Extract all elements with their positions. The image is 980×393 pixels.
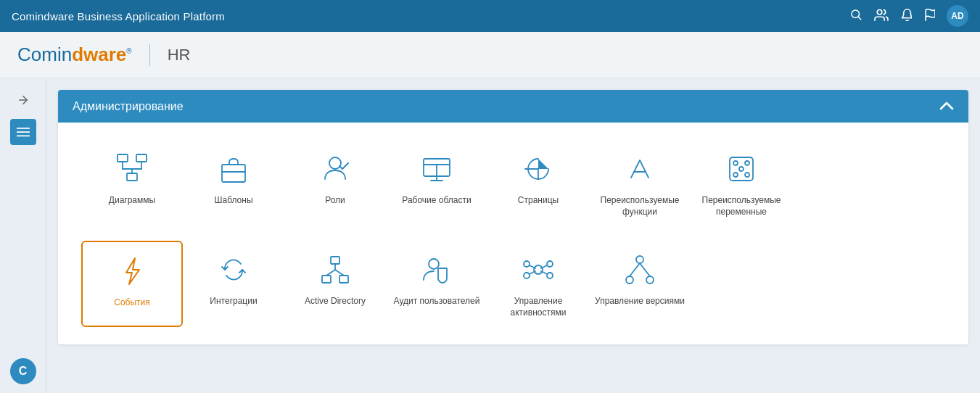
icon-version-management[interactable]: Управление версиями (589, 241, 691, 327)
icon-templates-label: Шаблоны (214, 195, 252, 207)
icon-roles-label: Роли (325, 195, 345, 207)
admin-collapse-button[interactable] (939, 99, 954, 114)
sidebar: C (0, 78, 46, 393)
main-layout: C Администрирование (0, 78, 980, 393)
svg-point-0 (852, 10, 860, 18)
svg-rect-16 (222, 165, 245, 182)
icon-pages[interactable]: Страницы (487, 140, 589, 226)
icon-reusable-functions-label: Переиспользуемые функции (595, 195, 685, 218)
icon-roles[interactable]: Роли (284, 140, 386, 226)
svg-point-29 (745, 161, 749, 165)
svg-point-32 (739, 167, 744, 171)
icon-user-audit[interactable]: Аудит пользователей (386, 241, 487, 327)
logo-area: Comindware® HR (17, 44, 190, 66)
svg-rect-10 (127, 173, 137, 181)
svg-line-39 (335, 270, 344, 276)
icon-events-label: События (114, 297, 150, 309)
icon-diagrams[interactable]: Диаграммы (81, 140, 183, 226)
icon-active-directory[interactable]: Active Directory (284, 241, 386, 327)
icon-reusable-vars-label: Переиспользуемые переменные (696, 195, 786, 218)
icons-row2: События Интеграции (58, 238, 968, 344)
svg-marker-33 (126, 258, 139, 284)
sidebar-toggle-button[interactable] (10, 87, 36, 113)
logo-divider (149, 44, 150, 66)
admin-panel-title: Администрирование (73, 100, 184, 113)
notifications-icon[interactable] (900, 8, 912, 25)
svg-point-44 (524, 273, 530, 278)
icon-workspaces-label: Рабочие области (402, 195, 471, 207)
icon-templates[interactable]: Шаблоны (183, 140, 284, 226)
svg-rect-36 (339, 276, 348, 283)
icon-activity-management-label: Управление активностями (493, 296, 583, 318)
icon-events[interactable]: События (81, 241, 183, 327)
icon-version-management-label: Управление версиями (595, 296, 685, 307)
svg-line-54 (640, 263, 650, 276)
search-icon[interactable] (849, 8, 862, 25)
svg-point-28 (733, 161, 738, 165)
top-bar-actions: AD (849, 5, 968, 27)
sidebar-bottom: C (10, 358, 36, 384)
content-area: Администрирование (46, 78, 980, 393)
svg-point-18 (329, 157, 341, 169)
svg-rect-9 (136, 154, 147, 162)
icon-diagrams-label: Диаграммы (109, 195, 155, 207)
svg-line-53 (630, 263, 640, 276)
icon-activity-management[interactable]: Управление активностями (487, 241, 589, 327)
icon-workspaces[interactable]: Рабочие области (386, 140, 487, 226)
user-avatar[interactable]: AD (947, 5, 968, 27)
svg-point-50 (636, 256, 643, 263)
users-icon[interactable] (874, 8, 889, 25)
icon-user-audit-label: Аудит пользователей (394, 296, 480, 307)
svg-rect-35 (322, 276, 331, 283)
module-name: HR (168, 46, 191, 65)
svg-point-2 (877, 9, 882, 15)
sub-header: Comindware® HR (0, 32, 980, 78)
svg-point-40 (429, 259, 439, 269)
icon-reusable-vars[interactable]: Переиспользуемые переменные (691, 140, 792, 226)
svg-rect-8 (118, 154, 128, 162)
icon-pages-label: Страницы (518, 195, 559, 207)
svg-rect-34 (331, 257, 339, 264)
admin-header: Администрирование (58, 90, 968, 123)
icon-integrations[interactable]: Интеграции (183, 241, 284, 327)
sidebar-menu-button[interactable] (10, 119, 36, 145)
flag-icon[interactable] (923, 8, 935, 25)
icon-reusable-functions[interactable]: Переиспользуемые функции (589, 140, 691, 226)
svg-point-30 (733, 173, 738, 177)
svg-line-1 (858, 17, 860, 19)
top-bar: Comindware Business Application Platform… (0, 0, 980, 32)
svg-point-42 (524, 261, 530, 267)
svg-point-31 (745, 173, 749, 177)
icon-active-directory-label: Active Directory (305, 296, 366, 307)
svg-point-51 (626, 276, 633, 284)
svg-line-38 (326, 270, 335, 276)
svg-point-45 (547, 273, 553, 278)
svg-point-43 (547, 261, 553, 267)
icons-row1: Диаграммы Шаблоны (58, 123, 968, 238)
logo-text: Comindware® (17, 44, 132, 66)
svg-point-52 (646, 276, 654, 284)
app-title: Comindware Business Application Platform (12, 10, 225, 22)
svg-point-41 (534, 265, 543, 274)
admin-panel: Администрирование (58, 90, 968, 344)
svg-rect-27 (730, 157, 753, 181)
icon-integrations-label: Интеграции (210, 296, 257, 307)
comindware-button[interactable]: C (10, 358, 36, 384)
